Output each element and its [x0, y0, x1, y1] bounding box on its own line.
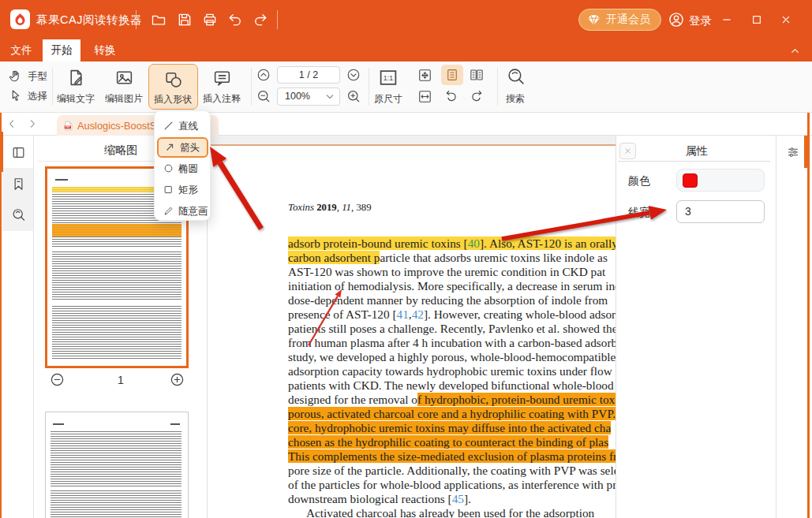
- bookmark-panel-icon[interactable]: [11, 177, 26, 192]
- arrow-ne-icon: [164, 141, 176, 153]
- shape-menu-item-freehand-pencil[interactable]: 随意画: [157, 201, 208, 222]
- color-picker-field[interactable]: [676, 169, 765, 192]
- main-area: 缩略图 1: [0, 136, 812, 518]
- scrollbar-thumb[interactable]: [804, 136, 809, 168]
- login-avatar-icon[interactable]: [668, 11, 685, 28]
- divider: [618, 161, 770, 162]
- shape-menu-label: 矩形: [178, 184, 198, 197]
- hand-tool-label: 手型: [28, 70, 47, 84]
- search-button[interactable]: 搜索: [502, 61, 529, 112]
- edit-text-button[interactable]: 编辑文字: [55, 61, 96, 112]
- document-text-line: designed for the removal of hydrophobic,…: [288, 393, 616, 407]
- highlighted-text: carbon adsorbent p: [288, 251, 380, 264]
- save-icon[interactable]: [177, 12, 193, 28]
- menu-tab-file[interactable]: 文件: [6, 39, 36, 61]
- actual-size-label: 原尺寸: [371, 92, 406, 106]
- thumbnail-panel-icon[interactable]: [11, 145, 26, 160]
- text: designed for the removal o: [288, 393, 417, 406]
- document-text-line: from human plasma after 4 h incubation w…: [288, 336, 616, 350]
- freehand-pencil-icon: [163, 205, 174, 217]
- toolbar-separator: [52, 68, 53, 106]
- tab-scroll-left-icon[interactable]: [6, 118, 17, 129]
- shape-menu-item-arrow-ne[interactable]: 箭头: [157, 137, 208, 158]
- properties-panel: 属性 颜色 线宽 3: [616, 136, 776, 518]
- document-text-line: adsorption capacity towards hydrophobic …: [288, 364, 616, 378]
- cursor-icon: [9, 88, 23, 102]
- collapse-ribbon-icon[interactable]: [789, 46, 801, 56]
- document-text-line: study, we developed a highly porous, who…: [288, 350, 616, 364]
- document-text-line: patients still poses a challenge. Recent…: [288, 322, 616, 336]
- two-page-view-icon[interactable]: [469, 68, 485, 82]
- zoom-out-icon[interactable]: [256, 89, 271, 103]
- text: downstream biological reactions [: [288, 492, 452, 505]
- undo-icon[interactable]: [227, 12, 243, 28]
- thumb-text-block: [51, 490, 181, 518]
- fit-page-icon[interactable]: [417, 68, 432, 83]
- select-tool[interactable]: 选择: [9, 88, 52, 102]
- text: adsorption capacity towards hydrophobic …: [288, 364, 612, 378]
- journal-header-part: Toxins: [288, 202, 316, 213]
- shape-menu-label: 随意画: [178, 205, 208, 218]
- fit-width-icon[interactable]: [417, 89, 432, 104]
- shape-menu-item-rectangle[interactable]: 矩形: [157, 180, 208, 200]
- rotate-left-icon[interactable]: [444, 89, 458, 103]
- document-text-line: downstream biological reactions [45].: [288, 492, 616, 506]
- text: ]. However, creating whole-blood adsorbe…: [424, 307, 616, 321]
- settings-sliders-icon[interactable]: [786, 144, 800, 160]
- page-thumbnail-2[interactable]: [45, 412, 189, 518]
- insert-shape-dropdown: 直线箭头椭圆矩形随意画: [154, 110, 211, 221]
- next-page-icon[interactable]: [346, 68, 361, 82]
- open-file-icon[interactable]: [151, 12, 167, 28]
- document-text-line: Activated charcoal has already been used…: [288, 506, 616, 518]
- insert-note-button[interactable]: 插入注释: [200, 61, 243, 112]
- actual-size-button[interactable]: 原尺寸: [371, 61, 406, 112]
- vip-upgrade-button[interactable]: 开通会员: [578, 9, 661, 31]
- redo-icon[interactable]: [253, 12, 268, 28]
- line-width-input[interactable]: 3: [676, 200, 765, 223]
- shape-menu-item-line[interactable]: 直线: [157, 116, 208, 136]
- insert-shape-button[interactable]: 插入形状: [148, 64, 198, 110]
- shape-menu-item-ellipse[interactable]: 椭圆: [157, 158, 208, 179]
- highlighted-text: porous, activated charcoal core and a hy…: [288, 407, 616, 420]
- menu-tab-start[interactable]: 开始: [43, 39, 80, 61]
- color-label: 颜色: [628, 174, 650, 188]
- previous-page-icon[interactable]: [256, 68, 271, 82]
- text: 42: [412, 307, 424, 321]
- titlebar-separator: [277, 10, 278, 29]
- app-window: 幕果CAJ阅读转换器 开通会员 登录 文件 开始 转换 手型 选择: [0, 0, 812, 518]
- insert-shape-label: 插入形状: [149, 93, 196, 106]
- page-number-input[interactable]: 1 / 2: [277, 66, 340, 84]
- zoom-in-thumbnail-icon[interactable]: [170, 372, 185, 387]
- text: presence of AST-120 [: [288, 307, 397, 321]
- pdf-file-icon: [63, 119, 74, 132]
- close-button[interactable]: [780, 11, 792, 28]
- minimize-button[interactable]: [720, 11, 733, 28]
- search-panel-icon[interactable]: [11, 207, 26, 222]
- rotate-right-icon[interactable]: [470, 89, 484, 103]
- login-button[interactable]: 登录: [689, 13, 712, 28]
- hand-tool[interactable]: 手型: [9, 69, 52, 83]
- document-text-line: dose-dependent manner by reducing the ab…: [288, 293, 616, 307]
- maximize-button[interactable]: [750, 11, 763, 28]
- app-title: 幕果CAJ阅读转换器: [36, 13, 142, 28]
- edit-image-button[interactable]: 编辑图片: [103, 61, 144, 112]
- document-viewer[interactable]: Toxins 2019, 11, 389 adsorb protein-boun…: [208, 136, 616, 518]
- highlighted-text: core, hydrophobic uremic toxins may diff…: [288, 421, 611, 434]
- tab-scroll-right-icon[interactable]: [27, 118, 38, 129]
- thumb-header-line: [170, 423, 180, 425]
- document-text-line: porous, activated charcoal core and a hy…: [288, 407, 616, 421]
- menu-tab-convert[interactable]: 转换: [87, 39, 123, 61]
- color-swatch: [683, 173, 698, 188]
- edit-image-label: 编辑图片: [103, 92, 144, 106]
- select-tool-label: 选择: [28, 90, 47, 103]
- zoom-level-select[interactable]: 100%: [277, 88, 340, 106]
- rectangle-icon: [163, 184, 174, 196]
- zoom-in-icon[interactable]: [346, 89, 361, 103]
- text: of the particles for whole-blood applica…: [288, 478, 616, 491]
- highlighted-text: adsorb protein-bound uremic toxins [: [288, 237, 468, 250]
- window-border-right: [807, 113, 810, 518]
- document-text-line: patients with CKD. The newly developed b…: [288, 378, 616, 393]
- app-logo-icon: [10, 9, 30, 29]
- single-page-view-button[interactable]: [441, 65, 463, 85]
- print-icon[interactable]: [202, 12, 218, 28]
